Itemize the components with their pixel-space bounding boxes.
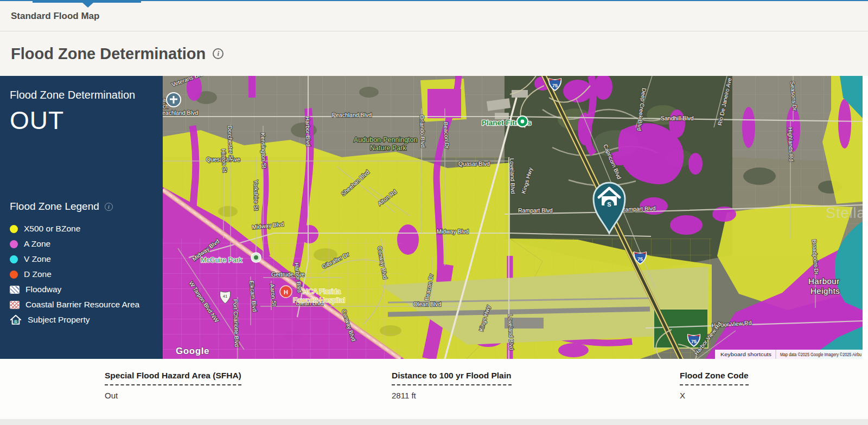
legend-info-icon[interactable]: i: [105, 203, 113, 211]
legend-label: Floodway: [25, 285, 61, 294]
x500-swatch-icon: [10, 225, 18, 233]
stat-flood-zone-code: Flood Zone Code X: [680, 371, 749, 400]
map-data-attribution: Map data ©2025 Google Imagery ©2025 Airb…: [780, 352, 861, 357]
legend-label: X500 or BZone: [24, 224, 80, 234]
subject-property-house-icon: S: [10, 314, 22, 325]
street-label: Rampart Blvd: [621, 205, 656, 212]
nature-park-label: Audubon-Pennington: [354, 136, 418, 144]
determination-result: OUT: [10, 106, 153, 135]
street-label: Sandhill Blvd: [661, 115, 694, 121]
hospital-label: HCA Florida: [303, 287, 341, 295]
stat-value: X: [680, 391, 749, 400]
flood-map[interactable]: Veterans Blvd Peachland Blvd Peachland B…: [163, 76, 863, 359]
stat-label: Flood Zone Code: [680, 371, 749, 385]
legend-item-floodway: Floodway: [10, 282, 157, 297]
flood-map-canvas: Veterans Blvd Peachland Blvd Peachland B…: [163, 76, 863, 359]
stat-value: Out: [105, 391, 241, 400]
page-heading-row: Flood Zone Determination i: [0, 31, 868, 76]
legend-label: Subject Property: [28, 315, 90, 325]
svg-text:S: S: [607, 201, 611, 208]
legend-item-coastal-barrier: Coastal Barrier Resource Area: [10, 297, 157, 312]
content-row: Flood Zone Determination OUT Flood Zone …: [0, 76, 868, 359]
hospital-marker-icon: H: [280, 286, 292, 298]
legend-item-d-zone: D Zone: [10, 267, 157, 282]
legend-label: V Zone: [24, 254, 51, 264]
street-label: Quasar Blvd: [458, 160, 490, 167]
park-marker-icon: [251, 253, 261, 262]
legend-item-v-zone: V Zone: [10, 252, 157, 267]
svg-text:75: 75: [637, 256, 643, 262]
street-label: Loveland Blvd: [509, 158, 516, 195]
street-label: Harbor Blvd: [304, 117, 312, 147]
stats-row: Special Flood Hazard Area (SFHA) Out Dis…: [0, 359, 868, 425]
svg-text:75: 75: [691, 339, 697, 344]
flood-determination-panel: Flood Zone Determination OUT Flood Zone …: [0, 76, 163, 359]
floodway-hatch-icon: [10, 286, 20, 294]
legend-item-subject-property: S Subject Property: [10, 312, 157, 327]
tab-standard-flood-map[interactable]: Standard Flood Map: [11, 11, 99, 22]
street-label: Kensington St: [260, 133, 267, 169]
street-label: Yorkshire St: [253, 180, 260, 211]
stellar-mls-watermark: Stellar MLS: [826, 205, 863, 221]
a-zone-swatch-icon: [10, 240, 18, 248]
panel-title: Flood Zone Determination: [10, 89, 153, 101]
map-right-gutter: [863, 76, 868, 359]
bottom-strip: [0, 419, 868, 425]
map-attribution: Keyboard shortcuts Map data ©2025 Google…: [715, 350, 863, 359]
mcguire-park-label: McGuire Park: [201, 256, 242, 264]
tab-bar: Standard Flood Map: [0, 0, 868, 31]
street-label: Highlands Rd: [787, 127, 795, 162]
legend-item-a-zone: A Zone: [10, 236, 157, 252]
google-logo[interactable]: Google: [176, 346, 209, 356]
active-tab-caret-icon: [82, 3, 93, 8]
v-zone-swatch-icon: [10, 255, 18, 263]
svg-text:S: S: [15, 319, 17, 324]
hospital-label: Fawcett Hospital: [293, 296, 345, 304]
street-label: Midway Blvd: [437, 228, 469, 235]
planet-fitness-marker-icon: [517, 116, 528, 127]
legend-label: A Zone: [24, 239, 50, 249]
church-marker-icon: [167, 93, 181, 107]
legend-title: Flood Zone Legend: [10, 201, 99, 212]
stat-sfha: Special Flood Hazard Area (SFHA) Out: [105, 371, 241, 400]
svg-text:75: 75: [552, 83, 558, 88]
street-label: Rampart Blvd: [518, 207, 553, 214]
svg-text:41: 41: [223, 294, 227, 299]
info-icon[interactable]: i: [213, 48, 224, 59]
keyboard-shortcuts-link[interactable]: Keyboard shortcuts: [720, 352, 772, 357]
street-label: Orlando Blvd: [419, 115, 426, 148]
legend-item-x500: X500 or BZone: [10, 221, 157, 236]
legend-label: D Zone: [24, 269, 52, 279]
street-label: Loveland Blvd: [507, 314, 515, 351]
stat-distance-to-flood-plain: Distance to 100 yr Flood Plain 2811 ft: [392, 371, 512, 400]
harbour-heights-label: Harbour: [808, 276, 840, 286]
d-zone-swatch-icon: [10, 271, 18, 279]
nature-park-label: Nature Park: [370, 144, 406, 152]
street-label: Olean Blvd: [413, 301, 442, 307]
svg-text:H: H: [284, 289, 288, 295]
street-label: Peachland Blvd: [332, 112, 372, 118]
page-title: Flood Zone Determination: [11, 45, 206, 63]
coastal-barrier-hatch-icon: [10, 301, 20, 309]
stat-label: Special Flood Hazard Area (SFHA): [105, 371, 241, 385]
street-label: Dorchester St: [227, 126, 234, 161]
legend-label: Coastal Barrier Resource Area: [25, 300, 139, 310]
stat-label: Distance to 100 yr Flood Plain: [392, 371, 512, 385]
harbour-heights-label: Heights: [810, 286, 840, 295]
flood-zone-legend: Flood Zone Legend i X500 or BZone A Zone…: [10, 201, 157, 327]
stat-value: 2811 ft: [392, 391, 512, 400]
street-label: Peachland Blvd: [163, 110, 198, 116]
edge-text-fragment: ch: [163, 104, 169, 110]
